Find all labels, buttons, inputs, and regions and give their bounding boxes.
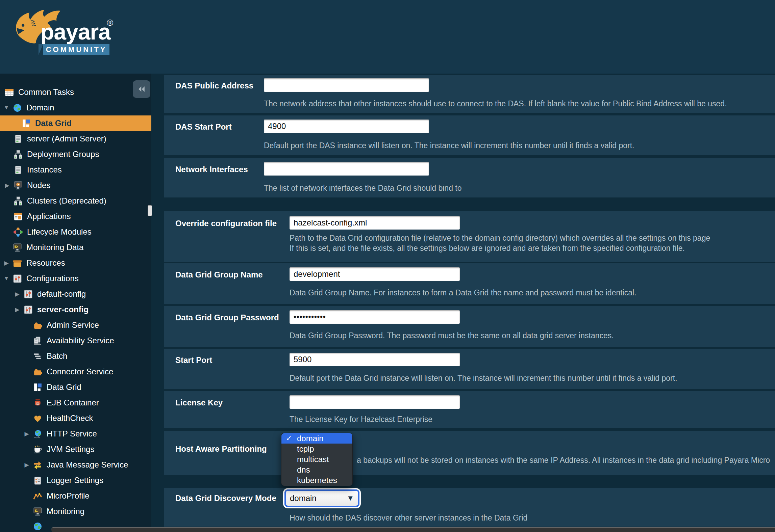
sidebar-item-label: Connector Service: [47, 367, 113, 376]
caret-right-icon[interactable]: ▶: [22, 461, 31, 469]
svg-text:JAR: JAR: [36, 402, 40, 404]
field-hint: Data Grid Group Password. The password m…: [290, 331, 614, 340]
discovery-mode-select[interactable]: domain▼: [284, 489, 359, 507]
sidebar-item-label: Deployment Groups: [27, 150, 99, 159]
sidebar-item-monitoring-data[interactable]: Monitoring Data: [0, 240, 151, 255]
sidebar-item-lifecycle-modules[interactable]: Lifecycle Modules: [0, 224, 151, 240]
sidebar-item-resources[interactable]: ▶Resources: [0, 255, 151, 271]
input-das-public-address[interactable]: [264, 78, 429, 92]
logger-icon: [33, 476, 42, 485]
sidebar-item-microprofile[interactable]: MicroProfile: [0, 488, 151, 504]
sidebar-item-label: Resources: [26, 258, 65, 268]
sidebar-item-availability-service[interactable]: Availability Service: [0, 333, 151, 348]
monitor-code-icon: [13, 243, 22, 252]
sidebar-item-label: Logger Settings: [47, 476, 103, 485]
tasks-table-icon: [5, 88, 14, 97]
dropdown-option-tcpip[interactable]: tcpip: [281, 444, 352, 454]
dropdown-option-label: domain: [297, 434, 324, 443]
sidebar-item-jvm-settings[interactable]: JVM Settings: [0, 442, 151, 457]
sidebar-item-label: Common Tasks: [18, 87, 74, 97]
sidebar-item-label: Nodes: [27, 181, 50, 190]
caret-down-icon[interactable]: ▼: [2, 275, 11, 282]
sidebar-item-label: Admin Service: [47, 320, 99, 330]
sidebar-item-ejb-container[interactable]: JAREJB Container: [0, 395, 151, 410]
caret-down-icon[interactable]: ▼: [2, 104, 11, 111]
coffee-icon: [33, 445, 42, 454]
field-label-das-start-port: DAS Start Port: [175, 122, 232, 132]
sidebar-scrollbar-thumb[interactable]: [148, 205, 152, 216]
input-override-configuration-file[interactable]: [290, 216, 460, 230]
data-grid-icon: [33, 383, 42, 392]
sidebar-item-server-admin-server[interactable]: server (Admin Server): [0, 131, 151, 147]
sidebar-item-server-config[interactable]: ▶server-config: [0, 302, 151, 317]
dropdown-option-label: dns: [297, 465, 310, 474]
config-sliders-icon: [13, 274, 22, 283]
brand-name: payara: [41, 19, 110, 45]
form-row-license-key: License KeyThe License Key for Hazelcast…: [164, 391, 775, 428]
server-icon: [14, 165, 23, 175]
field-hint: Path to the Data Grid configuration file…: [290, 234, 710, 243]
input-network-interfaces[interactable]: [264, 162, 429, 176]
dropdown-option-dns[interactable]: dns: [281, 464, 352, 475]
sidebar-item-admin-service[interactable]: Admin Service: [0, 317, 151, 333]
sidebar-item-label: Availability Service: [47, 336, 114, 345]
input-data-grid-group-name[interactable]: [290, 267, 460, 281]
config-sliders-icon: [24, 305, 33, 314]
puzzle-icon: [33, 321, 42, 330]
sidebar-item-label: HealthCheck: [47, 414, 93, 423]
sidebar-item-clusters-deprecated[interactable]: Clusters (Deprecated): [0, 193, 151, 209]
form-row-host-aware-partitioning: Host Aware Partitioninga backups will no…: [164, 431, 775, 475]
input-start-port[interactable]: [290, 353, 460, 366]
sidebar-item-common-tasks[interactable]: Common Tasks: [0, 84, 151, 100]
sidebar-item-label: Configurations: [26, 274, 79, 283]
field-label-override-configuration-file: Override configuration file: [175, 219, 277, 228]
sidebar-item-deployment-groups[interactable]: Deployment Groups: [0, 147, 151, 162]
sidebar-item-label: Applications: [27, 212, 71, 221]
sidebar-item-logger-settings[interactable]: Logger Settings: [0, 473, 151, 488]
input-data-grid-group-password[interactable]: [290, 310, 460, 324]
sidebar-item-batch[interactable]: Batch: [0, 348, 151, 364]
sidebar-item-applications[interactable]: Applications: [0, 209, 151, 224]
sidebar-item-configurations[interactable]: ▼Configurations: [0, 271, 151, 286]
discovery-mode-dropdown: ✓domaintcpipmulticastdnskubernetes: [281, 433, 353, 486]
sidebar-item-healthcheck[interactable]: HealthCheck: [0, 410, 151, 426]
sidebar-item-java-message-service[interactable]: ▶Java Message Service: [0, 457, 151, 473]
discovery-mode-value: domain: [286, 494, 347, 503]
sidebar-item-label: Data Grid: [35, 118, 72, 128]
navigation-tree: Common Tasks▼DomainData Gridserver (Admi…: [0, 74, 151, 519]
sidebar-item-http-service[interactable]: ▶HTTP Service: [0, 426, 151, 442]
sidebar-item-domain[interactable]: ▼Domain: [0, 100, 151, 115]
node-tree-icon: [14, 196, 23, 206]
field-hint: Default port the Data Grid instance will…: [290, 374, 677, 383]
globe-arrows-icon: [33, 429, 42, 438]
availability-icon: [33, 336, 42, 345]
dropdown-option-label: tcpip: [297, 444, 314, 453]
sidebar-item-connector-service[interactable]: Connector Service: [0, 364, 151, 379]
sidebar-item-instances[interactable]: Instances: [0, 162, 151, 178]
dropdown-option-multicast[interactable]: multicast: [281, 454, 352, 464]
sidebar-item-data-grid[interactable]: Data Grid: [0, 115, 151, 131]
batch-icon: [33, 352, 42, 361]
sidebar-item-nodes[interactable]: ▶Nodes: [0, 178, 151, 193]
dropdown-option-kubernetes[interactable]: kubernetes: [281, 475, 352, 485]
sidebar-item-label: Java Message Service: [47, 460, 128, 470]
sidebar-item-monitoring[interactable]: Monitoring: [0, 504, 151, 519]
form-row-data-grid-group-name: Data Grid Group NameData Grid Group Name…: [164, 263, 775, 304]
input-license-key[interactable]: [290, 395, 460, 409]
field-hint: Default port the DAS instance will liste…: [264, 141, 634, 150]
caret-right-icon[interactable]: ▶: [2, 260, 11, 267]
horizontal-scrollbar[interactable]: [51, 527, 775, 532]
caret-right-icon[interactable]: ▶: [13, 291, 22, 298]
sidebar-item-default-config[interactable]: ▶default-config: [0, 286, 151, 302]
sidebar-item-label: HTTP Service: [47, 429, 97, 438]
caret-right-icon[interactable]: ▶: [13, 306, 22, 313]
caret-right-icon[interactable]: ▶: [3, 182, 11, 189]
jar-icon: JAR: [33, 398, 42, 407]
sidebar-item-data-grid[interactable]: Data Grid: [0, 379, 151, 395]
caret-right-icon[interactable]: ▶: [22, 430, 31, 437]
field-hint: Data Grid Group Name. For instances to f…: [290, 288, 636, 297]
puzzle-icon: [33, 367, 42, 376]
server-icon: [14, 134, 23, 143]
input-das-start-port[interactable]: [264, 119, 429, 133]
dropdown-option-domain[interactable]: ✓domain: [281, 433, 352, 444]
